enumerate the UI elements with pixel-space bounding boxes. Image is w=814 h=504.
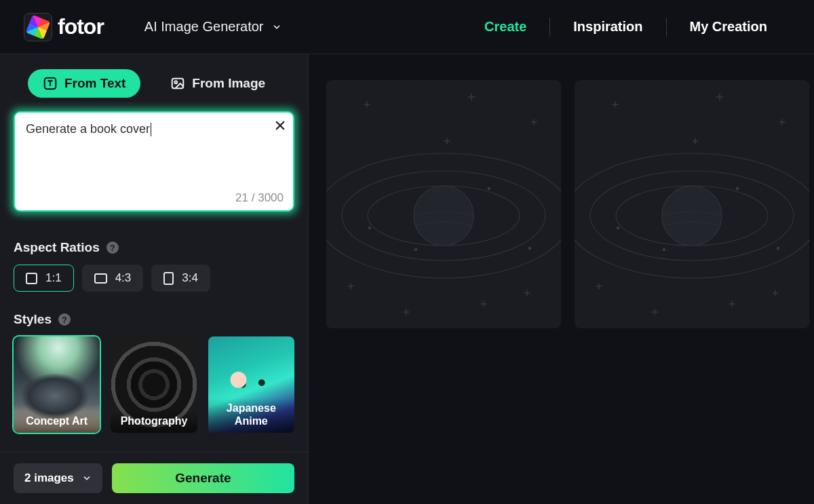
aspect-ratio-options: 1:1 4:3 3:4 xyxy=(14,265,294,292)
close-icon xyxy=(274,119,286,132)
style-photography[interactable]: Photography xyxy=(111,336,197,433)
ratio-1-1[interactable]: 1:1 xyxy=(14,265,74,292)
styles-title: Styles ? xyxy=(14,312,294,327)
style-japanese-anime[interactable]: Japanese Anime xyxy=(208,336,294,433)
svg-point-19 xyxy=(736,187,739,190)
control-sidebar: From Text From Image Generate a book cov… xyxy=(0,54,309,504)
sidebar-action-bar: 2 images Generate xyxy=(0,452,308,504)
svg-point-5 xyxy=(414,186,473,246)
nav-create[interactable]: Create xyxy=(461,19,549,35)
top-nav: Create Inspiration My Creation xyxy=(461,14,790,41)
brand-name: fotor xyxy=(58,14,104,39)
chevron-down-icon xyxy=(82,473,92,483)
svg-point-17 xyxy=(617,227,619,229)
svg-rect-1 xyxy=(172,79,184,89)
help-icon[interactable]: ? xyxy=(58,313,71,326)
app-header: fotor AI Image Generator Create Inspirat… xyxy=(0,0,814,54)
preview-placeholder-1 xyxy=(326,80,561,328)
prompt-text-value: Generate a book cover xyxy=(26,122,150,136)
image-icon xyxy=(170,76,185,91)
ratio-4-3[interactable]: 4:3 xyxy=(82,265,144,292)
char-counter: 21 / 3000 xyxy=(235,191,284,205)
help-icon[interactable]: ? xyxy=(106,241,119,254)
mode-from-image[interactable]: From Image xyxy=(155,69,280,98)
tool-title-dropdown[interactable]: AI Image Generator xyxy=(144,19,282,35)
svg-point-20 xyxy=(777,247,779,250)
svg-point-9 xyxy=(368,227,371,229)
style-options: Concept Art Photography Japanese Anime xyxy=(14,336,294,433)
planet-placeholder-icon xyxy=(575,80,809,328)
svg-point-18 xyxy=(663,248,665,251)
svg-point-12 xyxy=(528,247,531,250)
svg-point-10 xyxy=(414,248,417,251)
svg-point-13 xyxy=(662,186,722,246)
preview-placeholder-2 xyxy=(575,80,809,328)
ratio-shape-icon xyxy=(94,273,107,284)
aspect-ratio-title: Aspect Ratios ? xyxy=(14,240,294,255)
ratio-shape-icon xyxy=(26,273,37,284)
nav-inspiration[interactable]: Inspiration xyxy=(550,19,665,35)
image-count-select[interactable]: 2 images xyxy=(14,463,102,493)
nav-my-creation[interactable]: My Creation xyxy=(667,19,790,35)
ratio-shape-icon xyxy=(163,272,174,285)
tool-title: AI Image Generator xyxy=(144,19,264,35)
svg-point-11 xyxy=(488,187,490,190)
chevron-down-icon xyxy=(272,22,282,32)
aspect-ratio-section: Aspect Ratios ? 1:1 4:3 3:4 xyxy=(14,240,294,292)
mode-from-text[interactable]: From Text xyxy=(28,69,140,98)
text-icon xyxy=(43,76,58,91)
brand-logo-icon xyxy=(24,13,52,41)
styles-section: Styles ? Concept Art Photography Japanes… xyxy=(14,312,294,433)
prompt-input[interactable]: Generate a book cover 21 / 3000 xyxy=(14,111,294,212)
generate-button[interactable]: Generate xyxy=(112,463,294,493)
input-mode-toggle: From Text From Image xyxy=(14,69,294,98)
prompt-wrap: Generate a book cover 21 / 3000 xyxy=(14,111,294,212)
text-caret xyxy=(151,123,151,136)
clear-prompt-button[interactable] xyxy=(274,117,286,136)
preview-area xyxy=(309,54,814,504)
brand-logo[interactable]: fotor xyxy=(24,13,104,41)
ratio-3-4[interactable]: 3:4 xyxy=(151,265,210,292)
planet-placeholder-icon xyxy=(326,80,561,328)
style-concept-art[interactable]: Concept Art xyxy=(14,336,100,433)
svg-point-2 xyxy=(175,81,178,83)
